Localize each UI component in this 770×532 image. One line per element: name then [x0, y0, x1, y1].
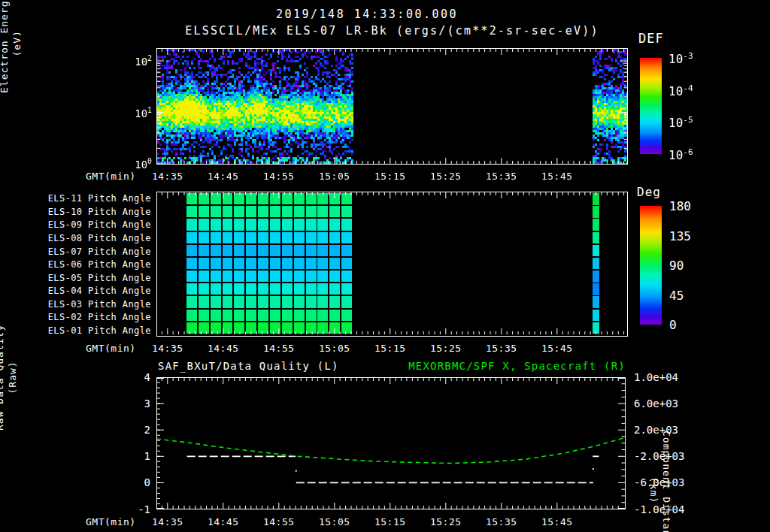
pitch-row-label: ELS-03 Pitch Angle [38, 299, 151, 310]
quality-tick-label: 1 [120, 450, 150, 462]
energy-axis-label-line1: Electron Energy [0, 0, 11, 93]
def-scale-label: 10-3 [668, 51, 693, 66]
plot-main-title: ELSSCIL/MEx ELS-07 LR-Bk (ergs/(cm**2-sr… [156, 24, 628, 38]
x-tick-label-bottom: 15:05 [312, 516, 357, 527]
pitch-row-label: ELS-08 Pitch Angle [38, 233, 151, 243]
pitch-row-label: ELS-01 Pitch Angle [38, 325, 151, 336]
quality-distance-panel [156, 377, 626, 509]
quality-axis-label-line1: Raw Data Quality [0, 325, 6, 431]
x-tick-label-top: 15:05 [312, 171, 357, 182]
x-tick-label-middle: 15:15 [368, 343, 413, 354]
electron-energy-spectrogram-panel [156, 48, 628, 165]
x-tick-label-bottom: 14:55 [256, 516, 302, 527]
pitch-row-label: ELS-09 Pitch Angle [38, 219, 151, 230]
distance-tick-label: -2.0e+03 [634, 450, 702, 462]
pitch-angle-panel [156, 192, 628, 337]
def-colorbar-title: DEF [638, 31, 664, 46]
pitch-row-label: ELS-11 Pitch Angle [38, 193, 151, 204]
x-tick-label-top: 15:15 [368, 171, 413, 182]
bottom-left-series-title: SAF_BXuT/Data Quality (L) [158, 360, 339, 372]
x-tick-label-top: 14:35 [145, 171, 190, 182]
energy-tick-label: 102 [105, 54, 152, 68]
x-tick-label-middle: 14:45 [201, 343, 246, 354]
quality-tick-label: 0 [120, 476, 150, 488]
bottom-right-series-title: MEXORBMC/SPF X, Spacecraft (R) [376, 360, 626, 372]
energy-axis-label: Electron Energy (eV) [0, 0, 23, 93]
def-scale-label: 10-6 [668, 147, 693, 162]
deg-scale-label: 45 [669, 289, 684, 303]
quality-tick-label: 2 [120, 424, 150, 436]
panel-overlay [157, 378, 625, 509]
x-tick-label-top: 15:25 [423, 171, 468, 182]
x-tick-label-middle: 15:25 [423, 343, 468, 354]
pitch-row-label: ELS-07 Pitch Angle [38, 246, 151, 257]
distance-tick-label: 2.0e+03 [634, 424, 702, 436]
els-summary-plot-page: 2019/148 14:33:00.000 ELSSCIL/MEx ELS-07… [0, 0, 770, 532]
x-tick-label-middle: 14:35 [145, 343, 190, 354]
pitch-row-label: ELS-05 Pitch Angle [38, 273, 151, 283]
deg-scale-label: 180 [669, 199, 691, 213]
x-tick-label-top: 15:35 [479, 171, 524, 182]
x-tick-label-top: 15:45 [535, 171, 580, 182]
def-scale-label: 10-4 [668, 83, 693, 98]
distance-tick-label: -1.0e+04 [634, 503, 702, 515]
panel-overlay [157, 49, 627, 164]
gmt-axis-label-top: GMT(min) [86, 171, 136, 182]
pitch-row-label: ELS-04 Pitch Angle [38, 286, 151, 296]
gmt-axis-label-middle: GMT(min) [86, 343, 136, 354]
distance-tick-label: 1.0e+04 [634, 371, 702, 383]
deg-scale-label: 135 [669, 229, 691, 243]
x-tick-label-bottom: 15:35 [479, 516, 524, 527]
x-tick-label-middle: 15:45 [535, 343, 580, 354]
deg-colorbar-title: Deg [637, 185, 661, 199]
x-tick-label-middle: 14:55 [256, 343, 302, 354]
plot-timestamp-title: 2019/148 14:33:00.000 [134, 8, 600, 21]
energy-axis-label-line2: (eV) [11, 0, 23, 93]
distance-tick-label: -6.0e+03 [634, 476, 702, 488]
def-colorbar-gradient [640, 58, 662, 154]
quality-tick-label: 4 [120, 371, 150, 383]
pitch-row-label: ELS-06 Pitch Angle [38, 259, 151, 270]
gmt-axis-label-bottom: GMT(min) [86, 516, 136, 527]
x-tick-label-top: 14:55 [256, 171, 302, 182]
x-tick-label-middle: 15:05 [312, 343, 357, 354]
deg-colorbar [640, 206, 662, 325]
x-tick-label-bottom: 14:35 [145, 516, 190, 527]
x-tick-label-bottom: 15:15 [368, 516, 413, 527]
x-tick-label-bottom: 15:45 [535, 516, 580, 527]
distance-tick-label: 6.0e+03 [634, 397, 702, 410]
x-tick-label-bottom: 14:45 [201, 516, 246, 527]
def-scale-label: 10-5 [668, 115, 693, 130]
energy-tick-label: 100 [105, 157, 152, 171]
x-tick-label-middle: 15:35 [479, 343, 524, 354]
deg-colorbar-gradient [640, 206, 662, 325]
def-colorbar [640, 58, 662, 154]
panel-overlay [157, 192, 627, 334]
quality-axis-label-line2: (Raw) [6, 325, 19, 431]
deg-scale-label: 90 [669, 258, 684, 273]
pitch-row-label: ELS-02 Pitch Angle [38, 312, 151, 322]
deg-scale-label: 0 [669, 318, 677, 332]
x-tick-label-top: 14:45 [201, 171, 246, 182]
energy-tick-label: 101 [105, 106, 152, 119]
quality-tick-label: 3 [120, 397, 150, 410]
quality-axis-label: Raw Data Quality (Raw) [0, 325, 19, 431]
x-tick-label-bottom: 15:25 [423, 516, 468, 527]
quality-tick-label: -1 [120, 503, 150, 515]
pitch-row-label: ELS-10 Pitch Angle [38, 207, 151, 217]
